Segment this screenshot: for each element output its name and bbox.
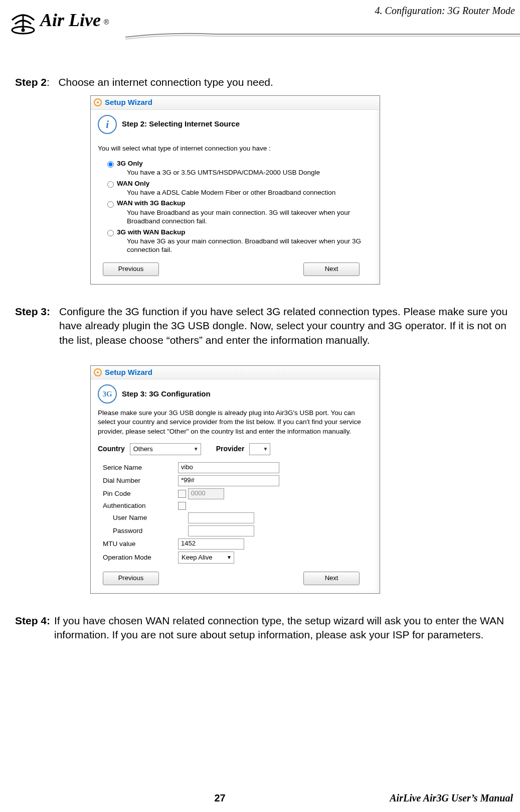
step2-heading: Step 2: Choose an internet connection ty… bbox=[15, 75, 515, 89]
target-icon bbox=[94, 368, 102, 376]
logo-registered: ® bbox=[104, 18, 109, 26]
step3-text: Configure the 3G function if you have se… bbox=[59, 305, 515, 347]
option-wan-only[interactable]: WAN Only You have a ADSL Cable Modem Fib… bbox=[91, 178, 380, 198]
wizard3-title-bar: Setup Wizard bbox=[91, 366, 380, 379]
step2-text: Choose an internet connection type you n… bbox=[58, 76, 273, 88]
option-wan-3g-backup[interactable]: WAN with 3G Backup You have Broadband as… bbox=[91, 198, 380, 226]
country-select[interactable]: Others ▼ bbox=[130, 443, 201, 455]
service-name-label: Serice Name bbox=[103, 463, 178, 472]
pin-code-input[interactable]: 0000 bbox=[188, 488, 224, 499]
pin-code-label: Pin Code bbox=[103, 489, 178, 498]
radio-wan-3g-backup[interactable] bbox=[107, 201, 114, 208]
radio-3g-wan-backup[interactable] bbox=[107, 230, 114, 236]
chevron-down-icon: ▼ bbox=[263, 446, 268, 453]
step3-label: Step 3: bbox=[15, 305, 50, 347]
option-wan-3g-backup-desc: You have Broadband as your main connecti… bbox=[127, 208, 380, 226]
info-icon: i bbox=[98, 115, 117, 134]
option-3g-wan-backup-desc: You have 3G as your main connection. Bro… bbox=[127, 237, 380, 254]
option-3g-only[interactable]: 3G Only You have a 3G or 3.5G UMTS/HSDPA… bbox=[91, 158, 380, 178]
service-name-input[interactable]: vibo bbox=[178, 462, 279, 473]
dial-number-label: Dial Number bbox=[103, 476, 178, 485]
logo-text: Air Live bbox=[40, 10, 101, 31]
wizard-step2-screenshot: Setup Wizard i Step 2: Selecting Interne… bbox=[90, 95, 380, 285]
option-3g-only-desc: You have a 3G or 3.5G UMTS/HSDPA/CDMA-20… bbox=[127, 168, 380, 177]
operation-mode-select[interactable]: Keep Alive ▼ bbox=[178, 552, 234, 564]
mtu-input[interactable]: 1452 bbox=[178, 538, 244, 550]
step4-label: Step 4: bbox=[15, 614, 50, 642]
step4-text: If you have chosen WAN related connectio… bbox=[54, 614, 515, 642]
radio-3g-only[interactable] bbox=[107, 161, 114, 168]
chapter-title: 4. Configuration: 3G Router Mode bbox=[375, 5, 515, 17]
3g-icon: 3G bbox=[98, 384, 117, 403]
provider-select[interactable]: ▼ bbox=[249, 443, 270, 455]
provider-label: Provider bbox=[216, 444, 245, 454]
manual-title: AirLive Air3G User’s Manual bbox=[390, 792, 513, 804]
wizard2-title-bar: Setup Wizard bbox=[91, 96, 380, 109]
radio-wan-only[interactable] bbox=[107, 181, 114, 188]
country-label: Country bbox=[98, 444, 125, 454]
wizard2-step-header: Step 2: Selecting Internet Source bbox=[122, 119, 240, 129]
previous-button[interactable]: Previous bbox=[103, 262, 159, 276]
chevron-down-icon: ▼ bbox=[227, 554, 232, 561]
wizard3-title: Setup Wizard bbox=[105, 367, 152, 377]
dial-number-input[interactable]: *99# bbox=[178, 475, 279, 486]
wizard3-intro: Please make sure your 3G USB dongle is a… bbox=[91, 407, 380, 441]
username-label: User Name bbox=[103, 513, 188, 522]
mtu-label: MTU value bbox=[103, 539, 178, 549]
option-wan-only-desc: You have a ADSL Cable Modem Fiber or oth… bbox=[127, 188, 380, 197]
wizard3-step-header: Step 3: 3G Configuration bbox=[122, 389, 211, 399]
wizard-step3-screenshot: Setup Wizard 3G Step 3: 3G Configuration… bbox=[90, 365, 380, 594]
password-input[interactable] bbox=[188, 525, 254, 536]
header-divider bbox=[0, 28, 520, 43]
operation-mode-label: Operation Mode bbox=[103, 553, 178, 562]
authentication-label: Authentication bbox=[103, 501, 178, 510]
next-button[interactable]: Next bbox=[303, 262, 360, 276]
authentication-checkbox[interactable] bbox=[178, 502, 186, 510]
pin-code-checkbox[interactable] bbox=[178, 490, 186, 498]
password-label: Password bbox=[103, 526, 188, 535]
chevron-down-icon: ▼ bbox=[194, 446, 199, 453]
page-number: 27 bbox=[214, 792, 225, 804]
step2-label: Step 2 bbox=[15, 76, 47, 88]
previous-button[interactable]: Previous bbox=[103, 572, 159, 585]
wizard2-title: Setup Wizard bbox=[105, 97, 152, 107]
wizard2-intro: You will select what type of internet co… bbox=[91, 137, 380, 158]
username-input[interactable] bbox=[188, 512, 254, 523]
target-icon bbox=[94, 98, 102, 106]
option-3g-wan-backup[interactable]: 3G with WAN Backup You have 3G as your m… bbox=[91, 227, 380, 255]
next-button[interactable]: Next bbox=[303, 572, 360, 585]
